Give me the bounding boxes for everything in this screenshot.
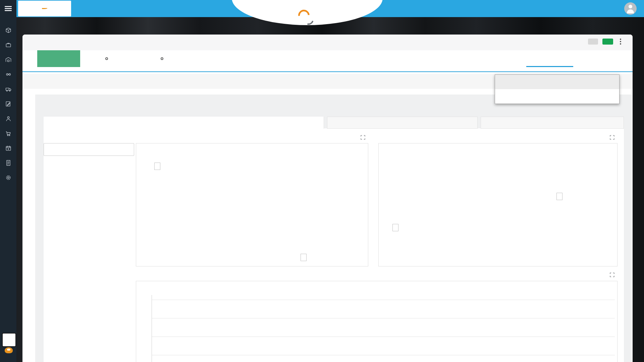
udfs-dot-icon	[105, 57, 108, 60]
gridline	[152, 300, 615, 300]
tab-internal-notes[interactable]	[136, 50, 191, 67]
non-routine-pie	[443, 160, 547, 264]
expand-icon[interactable]	[609, 135, 615, 140]
y-axis-line	[152, 295, 152, 362]
settings-icon[interactable]	[0, 170, 16, 185]
print-button[interactable]	[588, 39, 598, 45]
subtab-bom[interactable]	[327, 117, 478, 129]
parts-box-icon[interactable]	[0, 23, 16, 38]
tab-audit-log[interactable]	[577, 50, 633, 67]
gridline	[152, 355, 615, 355]
wo-summary-card	[44, 117, 624, 362]
tab-templates[interactable]	[467, 50, 522, 67]
user-profile[interactable]	[624, 2, 641, 15]
legend-non-routine-tasks[interactable]	[601, 287, 607, 291]
tab-job-files[interactable]	[301, 50, 357, 67]
legend-completed-tasks[interactable]	[562, 287, 568, 291]
subtab-wo-summary[interactable]	[44, 117, 324, 129]
more-options-icon[interactable]	[618, 37, 623, 46]
task-status-select[interactable]	[44, 143, 134, 156]
technician-icon[interactable]	[0, 111, 16, 126]
callout-not-completed	[301, 254, 307, 261]
bar-chart-legend	[549, 287, 607, 291]
kpi-open-tasks	[44, 317, 134, 362]
callout-non-routine	[556, 193, 562, 200]
warehouse-icon[interactable]	[0, 52, 16, 67]
kpi-total-tasks	[44, 162, 134, 207]
briefcase-icon[interactable]	[0, 38, 16, 52]
work-order-titlebar	[22, 35, 633, 50]
expand-icon[interactable]	[360, 135, 366, 140]
subtab-labor[interactable]	[481, 117, 624, 129]
kpi-non-routine-tasks	[44, 263, 134, 314]
callout-completed	[154, 163, 160, 170]
internal-notes-dot-icon	[161, 57, 163, 60]
live-chat-mascot-icon	[5, 347, 13, 353]
expand-icon[interactable]	[609, 272, 615, 278]
machines-icon[interactable]	[0, 67, 16, 82]
tab-external-notes[interactable]	[191, 50, 246, 67]
tasks-by-status-chart-panel	[136, 281, 618, 362]
tab-part-files[interactable]	[357, 50, 412, 67]
callout-routine	[392, 224, 398, 231]
avatar	[624, 2, 637, 15]
menu-icon[interactable]	[5, 6, 12, 11]
left-sidebar	[0, 0, 16, 362]
cart-icon[interactable]	[0, 126, 16, 141]
work-order-edit-icon[interactable]	[0, 97, 16, 111]
truck-icon[interactable]	[0, 82, 16, 97]
dropdown-item-labor-analysis[interactable]	[495, 89, 619, 104]
gridline	[152, 318, 615, 318]
aht-acronym	[42, 8, 47, 9]
tab-technical-manuals[interactable]	[37, 50, 80, 67]
vistasuite-swoosh-icon	[296, 7, 312, 23]
live-chat-button[interactable]	[2, 333, 16, 347]
aht-logo	[18, 1, 71, 16]
report-icon[interactable]	[0, 156, 16, 170]
kpi-routine-tasks	[44, 209, 134, 260]
dashboard-area	[35, 95, 632, 362]
tab-dashboard[interactable]	[522, 50, 578, 67]
work-order-tabstrip	[22, 50, 633, 72]
tab-udfs[interactable]	[80, 50, 136, 67]
save-button[interactable]	[602, 39, 613, 45]
legend-tasks-passed[interactable]	[588, 287, 594, 291]
dropdown-item-wo-summary[interactable]	[495, 75, 619, 89]
tab-linked-orders[interactable]	[246, 50, 301, 67]
legend-tasks-failed[interactable]	[575, 287, 581, 291]
schedule-icon[interactable]	[0, 141, 16, 156]
tab-scroll-left-icon[interactable]	[22, 50, 37, 67]
tab-inventory-files[interactable]	[412, 50, 467, 67]
dashboard-select-dropdown	[495, 74, 620, 104]
tasks-completed-pie	[217, 174, 290, 247]
gridline	[152, 337, 615, 337]
legend-tasks-by-status[interactable]	[549, 287, 555, 291]
